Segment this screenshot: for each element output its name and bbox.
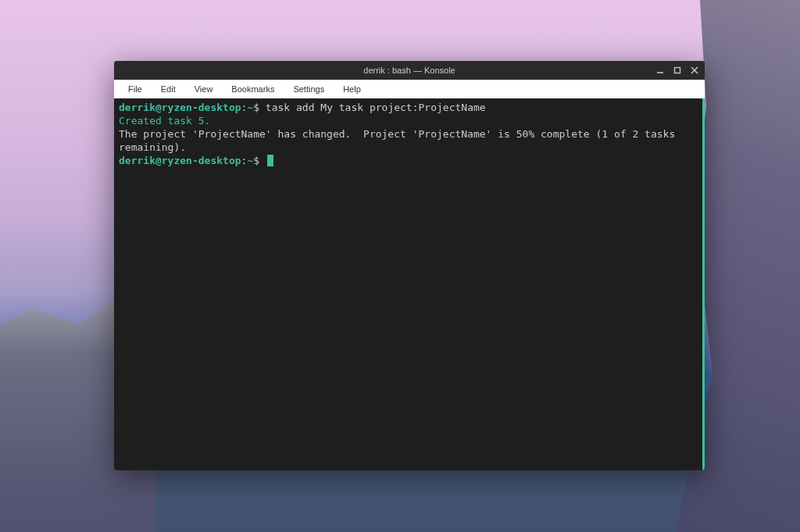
window-titlebar[interactable]: derrik : bash — Konsole [114,61,705,80]
menu-settings[interactable]: Settings [285,83,332,95]
terminal-cursor [267,155,273,166]
window-title: derrik : bash — Konsole [363,66,455,75]
prompt-user-host-2: derrik@ryzen-desktop [119,155,241,166]
menu-bookmarks[interactable]: Bookmarks [223,83,282,95]
window-controls [655,61,700,80]
menu-help[interactable]: Help [335,83,369,95]
menu-file[interactable]: File [120,83,150,95]
maximize-button[interactable] [672,65,683,76]
terminal-area[interactable]: derrik@ryzen-desktop:~$ task add My task… [114,98,705,470]
konsole-window: derrik : bash — Konsole File Edit View B… [114,61,705,470]
menu-edit[interactable]: Edit [153,83,184,95]
close-button[interactable] [689,65,700,76]
prompt-symbol-2: $ [253,155,259,166]
terminal-output-project: The project 'ProjectName' has changed. P… [119,128,698,155]
terminal-line-prompt: derrik@ryzen-desktop:~$ [119,155,698,168]
prompt-symbol: $ [253,102,259,113]
menubar: File Edit View Bookmarks Settings Help [114,80,705,98]
prompt-user-host: derrik@ryzen-desktop [119,102,241,113]
menu-view[interactable]: View [187,83,221,95]
command-text: task add My task project:ProjectName [266,102,486,113]
minimize-button[interactable] [655,65,666,76]
svg-rect-1 [675,68,680,73]
terminal-line-1: derrik@ryzen-desktop:~$ task add My task… [119,102,698,115]
terminal-output-created: Created task 5. [119,115,698,128]
